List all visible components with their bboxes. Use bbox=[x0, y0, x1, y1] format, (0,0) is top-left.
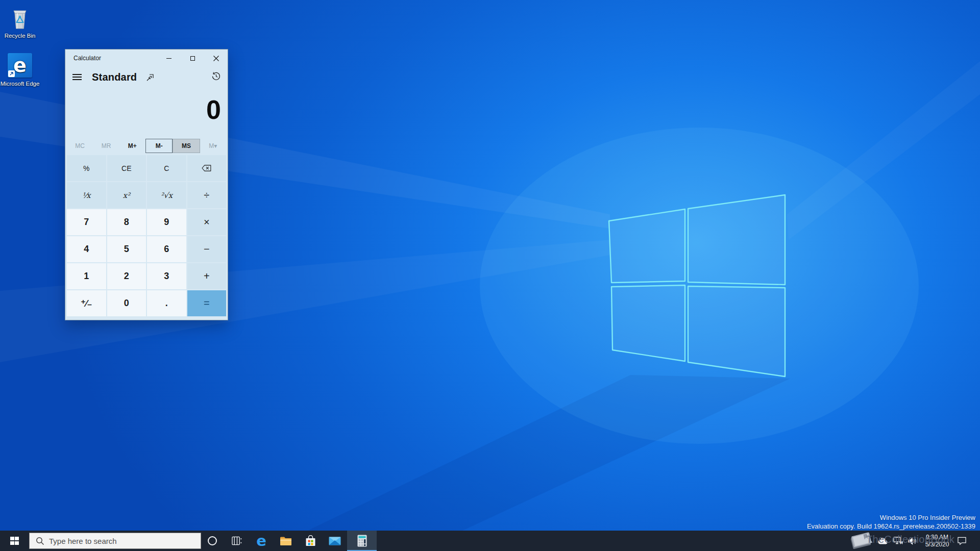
desktop-icon-label: Microsoft Edge bbox=[0, 80, 40, 87]
recycle-bin-icon bbox=[0, 4, 40, 30]
key-four[interactable]: 4 bbox=[67, 236, 106, 262]
taskbar-search[interactable]: Type here to search bbox=[29, 533, 201, 549]
close-button[interactable] bbox=[204, 49, 228, 67]
memory-subtract-button[interactable]: M- bbox=[145, 139, 173, 153]
calculator-display: 0 bbox=[65, 87, 228, 124]
file-explorer-icon bbox=[280, 536, 292, 546]
edge-tile-icon: e bbox=[0, 52, 40, 78]
taskbar-calculator-button[interactable] bbox=[347, 531, 377, 551]
windows-logo-wallpaper bbox=[607, 193, 791, 380]
start-icon bbox=[10, 537, 19, 545]
key-percent[interactable]: % bbox=[67, 155, 106, 181]
calculator-titlebar[interactable]: Calculator bbox=[65, 49, 228, 67]
taskbar-edge-button[interactable]: e bbox=[249, 531, 274, 551]
calculator-nav: Standard bbox=[65, 67, 228, 87]
keep-on-top-button[interactable] bbox=[146, 73, 155, 82]
search-placeholder: Type here to search bbox=[49, 537, 117, 545]
taskbar-task-view-button[interactable] bbox=[225, 531, 249, 551]
key-clear-entry[interactable]: CE bbox=[107, 155, 146, 181]
maximize-button[interactable] bbox=[181, 49, 204, 67]
memory-add-button[interactable]: M+ bbox=[119, 139, 145, 153]
brand-watermark: TheCollectionBook bbox=[866, 534, 954, 545]
edge-icon: e bbox=[256, 534, 266, 548]
desktop-icon-label: Recycle Bin bbox=[0, 32, 40, 39]
key-reciprocal[interactable]: ⅟x bbox=[67, 182, 106, 208]
key-add[interactable]: + bbox=[187, 263, 227, 289]
action-center-icon bbox=[957, 536, 967, 545]
key-backspace[interactable] bbox=[187, 155, 227, 181]
key-negate[interactable]: ⁺⁄₋ bbox=[67, 290, 106, 316]
display-value: 0 bbox=[206, 96, 221, 123]
key-two[interactable]: 2 bbox=[107, 263, 146, 289]
taskbar-file-explorer-button[interactable] bbox=[274, 531, 298, 551]
cortana-icon bbox=[207, 536, 217, 546]
key-nine[interactable]: 9 bbox=[147, 209, 186, 235]
maximize-icon bbox=[190, 56, 195, 61]
taskbar-mail-button[interactable] bbox=[323, 531, 347, 551]
minimize-icon bbox=[166, 58, 172, 59]
key-multiply[interactable]: × bbox=[187, 209, 227, 235]
key-eight[interactable]: 8 bbox=[107, 209, 146, 235]
mail-icon bbox=[329, 537, 341, 545]
memory-row: MCMRM+M-MSM▾ bbox=[67, 139, 226, 153]
taskbar-store-button[interactable] bbox=[298, 531, 323, 551]
store-icon bbox=[305, 535, 316, 546]
shortcut-arrow-icon bbox=[8, 70, 15, 77]
start-button[interactable] bbox=[0, 531, 29, 551]
key-zero[interactable]: 0 bbox=[107, 290, 146, 316]
key-five[interactable]: 5 bbox=[107, 236, 146, 262]
key-decimal[interactable]: . bbox=[147, 290, 186, 316]
taskbar: Type here to search e 9:30 AM 5/3/2020 bbox=[0, 531, 980, 551]
key-square[interactable]: x² bbox=[107, 182, 146, 208]
task-view-icon bbox=[232, 536, 242, 545]
calculator-window: Calculator Standard 0 MCMRM+M-MSM▾ %CEC⅟… bbox=[65, 49, 228, 320]
key-seven[interactable]: 7 bbox=[67, 209, 106, 235]
desktop: Recycle Bin e Microsoft Edge Windows 10 … bbox=[0, 0, 980, 551]
key-divide[interactable]: ÷ bbox=[187, 182, 227, 208]
window-title: Calculator bbox=[65, 55, 157, 62]
desktop-icon-microsoft-edge[interactable]: e Microsoft Edge bbox=[0, 52, 40, 87]
close-icon bbox=[213, 56, 219, 61]
key-subtract[interactable]: − bbox=[187, 236, 227, 262]
backspace-icon bbox=[202, 165, 211, 171]
build-watermark: Windows 10 Pro Insider Preview Evaluatio… bbox=[807, 513, 975, 531]
key-one[interactable]: 1 bbox=[67, 263, 106, 289]
menu-button[interactable] bbox=[72, 72, 82, 82]
calculator-icon bbox=[357, 535, 367, 547]
key-equals[interactable]: = bbox=[187, 290, 227, 316]
mode-title: Standard bbox=[92, 71, 137, 83]
key-three[interactable]: 3 bbox=[147, 263, 186, 289]
search-icon bbox=[36, 537, 44, 545]
history-button[interactable] bbox=[211, 71, 221, 81]
key-six[interactable]: 6 bbox=[147, 236, 186, 262]
memory-recall-button: MR bbox=[93, 139, 119, 153]
memory-flyout-button: M▾ bbox=[200, 139, 226, 153]
key-clear[interactable]: C bbox=[147, 155, 186, 181]
taskbar-app-icons: e bbox=[200, 531, 377, 551]
memory-store-button[interactable]: MS bbox=[173, 139, 200, 153]
desktop-icon-recycle-bin[interactable]: Recycle Bin bbox=[0, 4, 40, 39]
memory-clear-button: MC bbox=[67, 139, 93, 153]
keypad: %CEC⅟xx²²√x÷789×456−123+⁺⁄₋0.= bbox=[67, 155, 226, 316]
action-center-button[interactable] bbox=[957, 536, 967, 545]
key-square-root[interactable]: ²√x bbox=[147, 182, 186, 208]
taskbar-cortana-button[interactable] bbox=[200, 531, 225, 551]
minimize-button[interactable] bbox=[157, 49, 181, 67]
